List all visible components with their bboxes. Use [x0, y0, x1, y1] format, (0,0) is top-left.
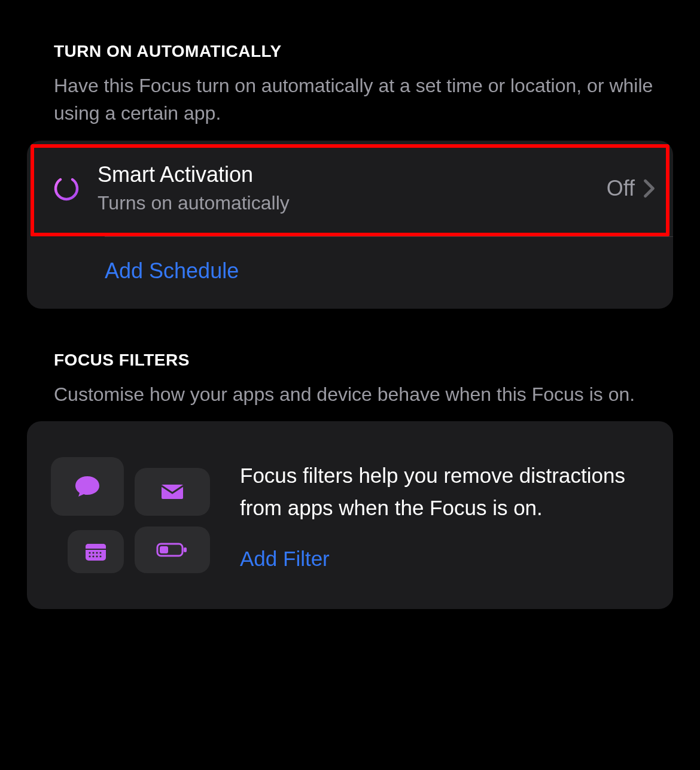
svg-point-4	[89, 552, 90, 554]
smart-activation-row[interactable]: Smart Activation Turns on automatically …	[34, 148, 666, 233]
svg-point-7	[99, 552, 101, 554]
chevron-right-icon	[643, 179, 655, 198]
svg-rect-13	[160, 546, 168, 553]
filters-section-header: FOCUS FILTERS	[54, 351, 673, 370]
svg-point-11	[99, 556, 101, 558]
svg-point-6	[96, 552, 98, 554]
calendar-icon	[68, 530, 124, 573]
svg-point-10	[96, 556, 98, 558]
add-filter-button[interactable]: Add Filter	[240, 547, 649, 571]
add-schedule-label: Add Schedule	[105, 258, 239, 283]
message-icon	[51, 457, 124, 516]
auto-section: TURN ON AUTOMATICALLY Have this Focus tu…	[27, 42, 673, 309]
auto-section-header: TURN ON AUTOMATICALLY	[54, 42, 673, 61]
smart-activation-value: Off	[607, 176, 635, 201]
svg-rect-0	[162, 485, 183, 499]
smart-activation-right: Off	[607, 176, 655, 201]
smart-activation-subtitle: Turns on automatically	[98, 190, 607, 216]
highlight-annotation: Smart Activation Turns on automatically …	[31, 144, 669, 236]
battery-icon	[135, 526, 210, 573]
svg-rect-2	[86, 544, 106, 549]
svg-point-9	[92, 556, 94, 558]
filter-icon-grid	[51, 457, 210, 573]
svg-point-8	[89, 556, 90, 558]
filters-card-description: Focus filters help you remove distractio…	[240, 459, 649, 525]
add-schedule-row[interactable]: Add Schedule	[27, 237, 673, 309]
auto-section-description: Have this Focus turn on automatically at…	[54, 72, 655, 127]
smart-activation-text: Smart Activation Turns on automatically	[98, 161, 607, 216]
power-icon	[48, 174, 84, 203]
smart-activation-title: Smart Activation	[98, 161, 607, 189]
filters-section: FOCUS FILTERS Customise how your apps an…	[27, 351, 673, 609]
svg-point-5	[92, 552, 94, 554]
auto-card: Smart Activation Turns on automatically …	[27, 141, 673, 309]
mail-icon	[135, 468, 210, 516]
svg-rect-14	[184, 547, 187, 552]
filters-text-block: Focus filters help you remove distractio…	[240, 459, 649, 571]
filters-section-description: Customise how your apps and device behav…	[54, 381, 655, 408]
filters-card: Focus filters help you remove distractio…	[27, 421, 673, 609]
